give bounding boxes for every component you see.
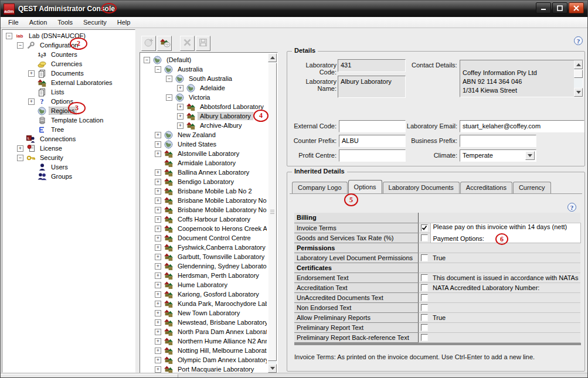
tree-node-label[interactable]: North Para Dam Annex Laboratory — [176, 328, 267, 335]
expand-icon[interactable]: + — [155, 263, 161, 270]
scroll-thumb[interactable] — [574, 70, 583, 78]
tree-node-tree[interactable]: Tree — [4, 125, 135, 134]
tree-node-label[interactable]: Document Control Centre — [176, 234, 253, 241]
scroll-up-button[interactable] — [574, 60, 583, 69]
scroll-up-button[interactable] — [268, 53, 277, 62]
expand-icon[interactable]: + — [17, 145, 23, 152]
tree-node-label[interactable]: United States — [176, 141, 218, 148]
tree-node-label[interactable]: Albury Laboratory — [198, 113, 253, 120]
tree-node-brisbane-mobile-lab-no-2[interactable]: +Brisbane Mobile Lab No 2 — [141, 186, 267, 196]
tree-node-label[interactable]: Groups — [49, 173, 74, 180]
checkbox-unchecked[interactable] — [421, 324, 428, 331]
checkbox-unchecked[interactable] — [421, 274, 428, 281]
tree-node-label[interactable]: Coopernook to Herons Creek Annex — [176, 225, 267, 232]
tab-accreditations[interactable]: Accreditations — [460, 182, 512, 193]
tree-node-new-zealand[interactable]: +New Zealand — [141, 130, 267, 139]
tree-node-label[interactable]: Victoria — [187, 94, 212, 101]
tree-node-label[interactable]: Glendenning, Sydney Laboratory — [176, 263, 267, 270]
tree-node-external-laboratories[interactable]: External Laboratories — [4, 78, 135, 87]
tree-node-adelaide[interactable]: +Adelaide — [141, 83, 267, 93]
tree-node-garbutt-townsville-laboratory[interactable]: +Garbutt, Townsville Laboratory — [141, 252, 267, 261]
tree-node-kunda-park-maroochydore-laboratory[interactable]: +Kunda Park, Maroochydore Laboratory — [141, 299, 267, 308]
expand-icon[interactable]: + — [155, 366, 161, 373]
expand-icon[interactable]: + — [155, 254, 161, 260]
tree-node-brisbane-mobile-laboratory-no-2[interactable]: +Brisbane Mobile Laboratory No.2 — [141, 205, 267, 214]
tree-node-armidale-laboratory[interactable]: Armidale Laboratory — [141, 158, 267, 168]
expand-icon[interactable]: + — [155, 151, 161, 157]
tree-node-label[interactable]: New Zealand — [176, 131, 217, 138]
titlebar[interactable]: adm QEST Administrator Console — [1, 1, 587, 17]
tree-node-security[interactable]: −Security — [4, 153, 135, 162]
tree-node-label[interactable]: Fyshwick,Canberra Laboratory — [176, 244, 267, 251]
tree-node-herdsman-perth-laboratory[interactable]: +Herdsman, Perth Laboratory — [141, 271, 267, 280]
tree-node-label[interactable]: Counters — [49, 51, 79, 58]
menu-file[interactable]: File — [3, 18, 24, 27]
scroll-thumb[interactable] — [268, 63, 277, 361]
expand-icon[interactable]: + — [155, 301, 161, 307]
expand-icon[interactable]: + — [155, 338, 161, 345]
expand-icon[interactable]: + — [155, 329, 161, 335]
external-code-field[interactable] — [339, 120, 406, 132]
expand-icon[interactable]: + — [28, 70, 35, 77]
expand-icon[interactable]: + — [155, 226, 161, 232]
checkbox-unchecked[interactable] — [421, 284, 428, 291]
tree-node-glendenning-sydney-laboratory[interactable]: +Glendenning, Sydney Laboratory — [141, 261, 267, 271]
tree-node-document-control-centre[interactable]: +Document Control Centre — [141, 233, 267, 243]
tree-node-label[interactable]: Bendigo Laboratory — [176, 178, 236, 185]
tree-node-label[interactable]: Northern Hume Alliance N2 Annex — [176, 338, 267, 345]
tree-node-south-australia[interactable]: −South Australia — [141, 74, 267, 83]
tree-node-united-states[interactable]: +United States — [141, 139, 267, 149]
tree-node-label[interactable]: Notting Hill, Melbourne Laboratory — [176, 347, 267, 354]
tree-node-label[interactable]: South Australia — [187, 75, 234, 82]
tree-node-label[interactable]: Users — [49, 164, 70, 171]
counter-prefix-field[interactable]: ALBU — [339, 135, 406, 147]
tree-node-label[interactable]: Lists — [49, 88, 66, 96]
tree-node-victoria[interactable]: −Victoria — [141, 93, 267, 102]
tree-node-label[interactable]: Abbotsford Laboratory — [198, 103, 266, 110]
tree-node-olympic-dam-annex-laboratory[interactable]: +Olympic Dam Annex Laboratory — [141, 355, 267, 365]
collapse-icon[interactable]: − — [17, 42, 23, 49]
tree-node-label[interactable]: Brisbane Mobile Laboratory No.2 — [176, 206, 267, 213]
tree-node-label[interactable]: Security — [38, 154, 65, 161]
checkbox-unchecked[interactable] — [421, 294, 428, 301]
checkbox-unchecked[interactable] — [421, 254, 428, 261]
expand-icon[interactable]: + — [155, 188, 161, 195]
tree-node-archive-albury[interactable]: +Archive-Albury — [141, 121, 267, 130]
expand-icon[interactable]: + — [177, 104, 183, 110]
profit-centre-field[interactable] — [339, 149, 406, 162]
tree-node-label[interactable]: Brisbane Mobile Lab No 2 — [176, 188, 254, 195]
checkbox-unchecked[interactable] — [421, 314, 428, 321]
tree-node-label[interactable]: Kariong, Gosford Laboratory — [176, 291, 261, 298]
tree-node-label[interactable]: Brisbane Mobile Laboratory No 1 — [176, 197, 267, 204]
close-button[interactable] — [569, 2, 584, 13]
tree-node-coffs-harbour-laboratory[interactable]: +Coffs Harbour Laboratory — [141, 214, 267, 224]
scroll-down-button[interactable] — [268, 364, 277, 373]
menu-security[interactable]: Security — [78, 18, 112, 27]
chevron-down-icon[interactable] — [525, 151, 535, 160]
expand-icon[interactable]: + — [155, 207, 161, 213]
tree-node-label[interactable]: Olympic Dam Annex Laboratory — [176, 356, 267, 363]
tree-node-lists[interactable]: Lists — [4, 87, 135, 97]
tree-node-groups[interactable]: Groups — [4, 172, 135, 181]
maximize-button[interactable] — [552, 2, 567, 13]
tree-node-label[interactable]: Template Location — [49, 117, 105, 124]
tree-node-australia[interactable]: −Australia — [141, 64, 267, 74]
tab-options[interactable]: Options — [348, 180, 382, 193]
expand-icon[interactable]: + — [155, 357, 161, 363]
tree-node-configuration[interactable]: −Configuration — [4, 40, 135, 50]
laboratory-email-field[interactable]: stuart_kelaher@coffey.com — [460, 120, 584, 132]
help-icon[interactable]: ? — [574, 36, 583, 45]
checkbox-unchecked[interactable] — [421, 334, 428, 341]
tree-node-label[interactable]: Ballina Annex Laboratory — [176, 169, 251, 176]
checkbox-unchecked[interactable] — [421, 234, 428, 241]
contact-scrollbar[interactable] — [574, 60, 583, 97]
tree-node-label[interactable]: License — [38, 145, 64, 152]
expand-icon[interactable]: + — [155, 319, 161, 326]
tree-node-label[interactable]: New Town Laboratory — [176, 309, 242, 316]
collapse-icon[interactable]: − — [6, 33, 12, 39]
tree-node-label[interactable]: Adelaide — [198, 84, 227, 91]
expand-icon[interactable]: + — [155, 141, 161, 148]
tab-currency[interactable]: Currency — [513, 182, 551, 193]
tree-node-abbotsford-laboratory[interactable]: +Abbotsford Laboratory — [141, 102, 267, 111]
tree-node-ballina-annex-laboratory[interactable]: +Ballina Annex Laboratory — [141, 168, 267, 177]
